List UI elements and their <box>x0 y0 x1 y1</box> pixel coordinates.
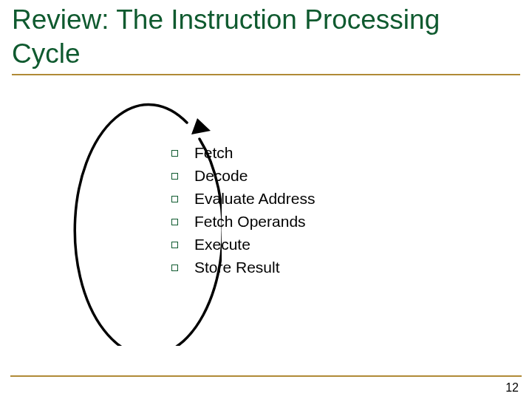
list-item-label: Execute <box>194 236 250 253</box>
svg-marker-0 <box>191 118 211 134</box>
page-number: 12 <box>505 381 519 395</box>
page-title: Review: The Instruction Processing Cycle <box>12 3 514 72</box>
list-item-label: Evaluate Address <box>194 190 315 208</box>
list-item: Evaluate Address <box>171 190 315 208</box>
bullet-icon <box>171 219 178 225</box>
instruction-list: Fetch Decode Evaluate Address Fetch Oper… <box>171 144 315 282</box>
bullet-icon <box>171 173 178 180</box>
title-underline <box>12 74 520 75</box>
bullet-icon <box>171 196 178 202</box>
list-item-label: Fetch Operands <box>194 213 306 231</box>
footer-rule <box>10 375 522 377</box>
list-item-label: Fetch <box>194 144 233 162</box>
list-item-label: Store Result <box>194 259 280 276</box>
list-item: Execute <box>171 236 315 253</box>
bullet-icon <box>171 242 178 248</box>
list-item: Fetch Operands <box>171 213 315 231</box>
bullet-icon <box>171 265 178 271</box>
list-item-label: Decode <box>194 167 248 185</box>
list-item: Decode <box>171 167 315 185</box>
list-item: Store Result <box>171 259 315 276</box>
bullet-icon <box>171 150 178 157</box>
list-item: Fetch <box>171 144 315 162</box>
